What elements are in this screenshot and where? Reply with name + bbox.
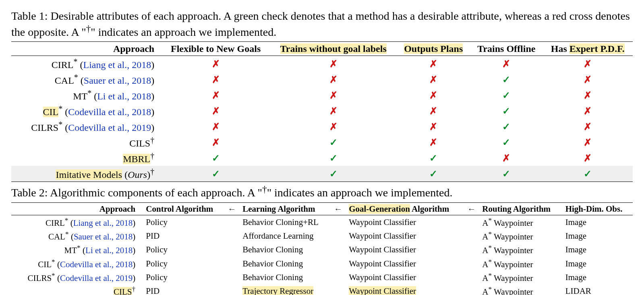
table2-caption: Table 2: Algorithmic components of each …: [11, 184, 633, 200]
citation-link[interactable]: Sauer et al., 2018: [84, 75, 151, 86]
algo-cell: A* Waypointer: [479, 257, 562, 270]
algo-cell: Image: [562, 270, 633, 284]
algo-cell: Waypoint Classifier: [346, 284, 464, 295]
approach-cell: CILS†: [11, 134, 162, 150]
attr-cell: ✓: [270, 150, 397, 166]
approach-cell: MT* (Li et al., 2018): [11, 243, 143, 256]
table-row: CIL* (Codevilla et al., 2018)PolicyBehav…: [11, 257, 633, 270]
cross-icon: ✗: [429, 105, 437, 116]
table-row: CILS†PIDTrajectory RegressorWaypoint Cla…: [11, 284, 633, 295]
cross-icon: ✗: [329, 58, 338, 69]
citation-link[interactable]: Liang et al., 2018: [83, 60, 151, 70]
t1-h-plans: Outputs Plans: [397, 42, 470, 56]
table-row: CILRS* (Codevilla et al., 2019)✗✗✗✓✗: [11, 119, 633, 134]
algo-cell: Policy: [143, 243, 224, 256]
attr-cell: ✓: [543, 166, 633, 182]
algo-cell: A* Waypointer: [479, 229, 562, 243]
attr-cell: ✗: [162, 56, 270, 72]
table-row: MT* (Li et al., 2018)PolicyBehavior Clon…: [11, 243, 633, 256]
t1-caption-mid: " indicates an approach we implemented.: [91, 26, 276, 38]
algo-cell: Image: [562, 215, 633, 229]
table-row: CILS†✗✓✗✓✗: [11, 134, 633, 150]
algo-cell: Policy: [143, 270, 224, 284]
attr-cell: ✗: [470, 150, 543, 166]
citation-link[interactable]: Li et al., 2018: [97, 91, 151, 101]
t2-h-approach: Approach: [11, 202, 143, 215]
arrow-icon: ←: [464, 202, 479, 215]
attr-cell: ✗: [162, 134, 270, 150]
cross-icon: ✗: [212, 58, 220, 69]
table-row: MBRL†✓✓✓✗✗: [11, 150, 633, 166]
attr-cell: ✗: [270, 56, 397, 72]
citation-link[interactable]: Liang et al., 2018: [73, 218, 133, 228]
check-icon: ✓: [502, 90, 510, 101]
cross-icon: ✗: [329, 74, 338, 85]
attr-cell: ✗: [397, 72, 470, 87]
algo-cell: Policy: [143, 215, 224, 229]
arrow-icon: ←: [331, 202, 346, 215]
approach-cell: CIRL* (Liang et al., 2018): [11, 56, 162, 72]
dagger-glyph: †: [86, 23, 91, 34]
table-row: Imitative Models (Ours)†✓✓✓✓✓: [11, 166, 633, 182]
attr-cell: ✓: [162, 150, 270, 166]
check-icon: ✓: [429, 168, 437, 179]
attr-cell: ✓: [162, 166, 270, 182]
attr-cell: ✗: [397, 134, 470, 150]
attr-cell: ✓: [470, 134, 543, 150]
approach-cell: CILRS* (Codevilla et al., 2019): [11, 270, 143, 284]
check-icon: ✓: [502, 74, 510, 85]
citation-link[interactable]: Codevilla et al., 2019: [68, 122, 151, 133]
table1-caption: Table 1: Desirable attributes of each ap…: [11, 9, 633, 39]
cross-icon: ✗: [584, 74, 592, 85]
cross-icon: ✗: [212, 121, 220, 132]
cross-icon: ✗: [212, 74, 220, 85]
cross-icon: ✗: [212, 105, 220, 116]
attr-cell: ✗: [397, 119, 470, 134]
attr-cell: ✓: [470, 103, 543, 119]
attr-cell: ✗: [543, 72, 633, 87]
citation-link[interactable]: Codevilla et al., 2019: [60, 273, 133, 283]
table-row: CIRL* (Liang et al., 2018)PolicyBehavior…: [11, 215, 633, 229]
citation-link[interactable]: Sauer et al., 2018: [74, 232, 133, 241]
table-row: CIL* (Codevilla et al., 2018)✗✗✗✓✗: [11, 103, 633, 119]
approach-cell: CILRS* (Codevilla et al., 2019): [11, 119, 162, 134]
table-row: CIRL* (Liang et al., 2018)✗✗✗✗✗: [11, 56, 633, 72]
cross-icon: ✗: [584, 153, 592, 163]
attr-cell: ✓: [270, 166, 397, 182]
algo-cell: Waypoint Classifier: [346, 215, 464, 229]
table-row: MT* (Li et al., 2018)✗✗✗✓✗: [11, 87, 633, 103]
attr-cell: ✗: [397, 103, 470, 119]
attr-cell: ✓: [470, 166, 543, 182]
attr-cell: ✗: [543, 150, 633, 166]
attr-cell: ✓: [270, 134, 397, 150]
cross-icon: ✗: [329, 121, 338, 132]
cross-icon: ✗: [329, 105, 338, 116]
algo-cell: LIDAR: [562, 284, 633, 295]
attr-cell: ✗: [162, 87, 270, 103]
algo-cell: Policy: [143, 257, 224, 270]
check-icon: ✓: [502, 105, 510, 116]
cross-icon: ✗: [502, 58, 510, 69]
dagger-glyph: †: [262, 184, 267, 194]
t2-caption-mid: " indicates an approach we implemented.: [267, 187, 453, 199]
citation-link[interactable]: Codevilla et al., 2018: [60, 260, 133, 269]
attr-cell: ✗: [397, 87, 470, 103]
algo-cell: Behavior Cloning: [239, 257, 331, 270]
cross-icon: ✗: [212, 137, 220, 148]
algo-cell: PID: [143, 284, 224, 295]
citation-link[interactable]: Li et al., 2018: [85, 245, 133, 255]
citation-link[interactable]: Codevilla et al., 2018: [68, 107, 151, 117]
algo-cell: Image: [562, 229, 633, 243]
algo-cell: A* Waypointer: [479, 243, 562, 256]
t2-h-control: Control Algorithm: [143, 202, 224, 215]
approach-cell: CIL* (Codevilla et al., 2018): [11, 103, 162, 119]
check-icon: ✓: [329, 168, 338, 179]
algo-cell: A* Waypointer: [479, 215, 562, 229]
cross-icon: ✗: [329, 90, 338, 101]
t1-h-nolabels: Trains without goal labels: [270, 42, 397, 56]
check-icon: ✓: [212, 168, 220, 179]
attr-cell: ✗: [162, 119, 270, 134]
approach-cell: CAL* (Sauer et al., 2018): [11, 72, 162, 87]
attr-cell: ✗: [543, 103, 633, 119]
check-icon: ✓: [212, 153, 220, 163]
